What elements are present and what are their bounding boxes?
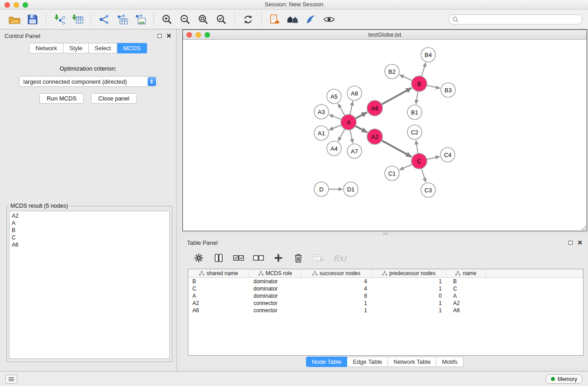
table-cell[interactable]: dominator	[249, 278, 301, 285]
network-minimize-button[interactable]	[196, 32, 201, 38]
tab-network[interactable]: Network	[29, 43, 63, 53]
close-panel-button[interactable]: Close panel	[91, 93, 137, 104]
network-window-titlebar[interactable]: testGlobe.txt	[183, 30, 587, 40]
home-network-icon[interactable]	[286, 13, 300, 26]
result-item[interactable]: B	[12, 227, 167, 234]
table-cell[interactable]: connector	[249, 307, 301, 314]
node-B3[interactable]: B3	[441, 83, 455, 97]
search-input[interactable]	[449, 14, 583, 24]
table-cell[interactable]: 4	[301, 278, 372, 285]
node-A1[interactable]: A1	[314, 126, 329, 140]
edge-B-B1[interactable]	[416, 91, 418, 104]
node-A7[interactable]: A7	[347, 144, 362, 158]
table-cell[interactable]: 1	[301, 307, 372, 314]
close-panel-icon[interactable]: ✕	[166, 33, 172, 38]
table-cell[interactable]: 1	[372, 300, 446, 306]
table-row[interactable]: Bdominator41B	[188, 278, 583, 285]
column-header-successor-nodes[interactable]: successor nodes	[301, 269, 372, 277]
new-network-icon[interactable]	[97, 13, 111, 26]
run-mcds-button[interactable]: Run MCDS	[39, 93, 84, 104]
table-cell[interactable]: B	[188, 278, 249, 285]
table-cell[interactable]: C	[188, 286, 249, 292]
edge-A-A8[interactable]	[350, 101, 353, 115]
network-from-table-icon[interactable]	[115, 13, 129, 26]
edge-C-C1[interactable]	[399, 164, 412, 170]
panel-splitter-handle[interactable]	[383, 233, 388, 235]
edge-B-B4[interactable]	[421, 62, 426, 76]
memory-button[interactable]: Memory	[545, 374, 583, 384]
table-cell[interactable]: dominator	[249, 293, 301, 299]
tab-motifs[interactable]: Motifs	[436, 357, 464, 367]
delete-columns-icon[interactable]	[292, 252, 305, 264]
import-table-file-icon[interactable]	[71, 13, 84, 26]
edge-A-A2[interactable]	[355, 126, 368, 133]
close-window-button[interactable]	[5, 2, 10, 8]
edge-A6-B[interactable]	[382, 88, 412, 105]
node-A4[interactable]: A4	[327, 141, 341, 156]
table-row[interactable]: A6connector11A6	[188, 307, 583, 314]
zoom-window-button[interactable]	[23, 2, 28, 8]
result-item[interactable]: A2	[12, 212, 167, 219]
export-document-icon[interactable]	[268, 13, 282, 26]
network-from-image-icon[interactable]	[134, 13, 147, 26]
close-table-panel-icon[interactable]: ✕	[577, 240, 583, 245]
result-item[interactable]: C	[12, 234, 167, 241]
network-canvas-container[interactable]: B4B2BB3A5A8A6B1A3AC2A1A2A4A7C4CC1C3DD1	[183, 40, 587, 231]
edge-C-C4[interactable]	[427, 157, 440, 159]
open-folder-icon[interactable]	[8, 13, 21, 26]
refresh-layout-icon[interactable]	[241, 13, 255, 26]
edge-A-A1[interactable]	[329, 125, 342, 130]
edge-B-B3[interactable]	[427, 86, 440, 89]
edge-A-A5[interactable]	[338, 104, 345, 116]
float-table-panel-icon[interactable]	[569, 241, 573, 245]
node-C4[interactable]: C4	[440, 148, 455, 162]
table-cell[interactable]: A2	[188, 300, 249, 306]
network-close-button[interactable]	[186, 32, 192, 38]
save-session-icon[interactable]	[26, 13, 39, 26]
node-B4[interactable]: B4	[421, 48, 435, 62]
node-D1[interactable]: D1	[344, 182, 358, 196]
zoom-fit-icon[interactable]	[196, 13, 210, 26]
zoom-selected-icon[interactable]	[215, 13, 228, 26]
table-cell[interactable]: C	[446, 286, 486, 292]
float-panel-icon[interactable]	[158, 34, 162, 38]
show-hide-eye-icon[interactable]	[322, 13, 336, 26]
column-header-predecessor-nodes[interactable]: predecessor nodes	[372, 269, 446, 277]
table-cell[interactable]: 0	[372, 293, 446, 299]
table-row[interactable]: Adominator80A	[188, 292, 583, 300]
table-cell[interactable]: 1	[372, 307, 446, 314]
table-row[interactable]: A2connector11A2	[188, 300, 583, 307]
node-A5[interactable]: A5	[327, 89, 341, 104]
table-cell[interactable]: 1	[372, 286, 446, 292]
style-brush-icon[interactable]	[304, 13, 318, 26]
zoom-in-icon[interactable]	[160, 13, 174, 26]
edge-A-A6[interactable]	[355, 112, 367, 119]
minimize-window-button[interactable]	[14, 2, 19, 8]
edge-A-A7[interactable]	[350, 130, 353, 143]
edge-A-A3[interactable]	[329, 114, 341, 119]
node-A2[interactable]: A2	[367, 129, 382, 144]
edge-A2-C[interactable]	[382, 140, 412, 157]
table-cell[interactable]: 1	[372, 278, 446, 285]
table-cell[interactable]: 8	[301, 293, 372, 299]
table-cell[interactable]: A6	[446, 307, 486, 314]
column-header-name[interactable]: name	[446, 269, 486, 277]
node-A[interactable]: A	[341, 114, 356, 130]
tab-mcds[interactable]: MCDS	[117, 43, 147, 53]
tab-network-table[interactable]: Network Table	[388, 357, 436, 367]
select-all-icon[interactable]	[232, 252, 245, 264]
tab-style[interactable]: Style	[63, 43, 89, 53]
network-zoom-button[interactable]	[205, 32, 210, 38]
result-item[interactable]: A6	[12, 241, 167, 248]
table-cell[interactable]: B	[446, 278, 486, 285]
table-cell[interactable]: A2	[446, 300, 486, 306]
show-columns-icon[interactable]	[212, 252, 225, 264]
window-resize-grip[interactable]	[580, 224, 586, 230]
result-item[interactable]: A	[12, 219, 167, 227]
node-C[interactable]: C	[411, 153, 427, 169]
column-header-shared-name[interactable]: shared name	[188, 269, 249, 277]
table-row[interactable]: Cdominator41C	[188, 285, 583, 292]
edge-B-B2[interactable]	[399, 75, 412, 81]
node-B1[interactable]: B1	[407, 105, 422, 119]
edge-C-C3[interactable]	[421, 168, 426, 182]
